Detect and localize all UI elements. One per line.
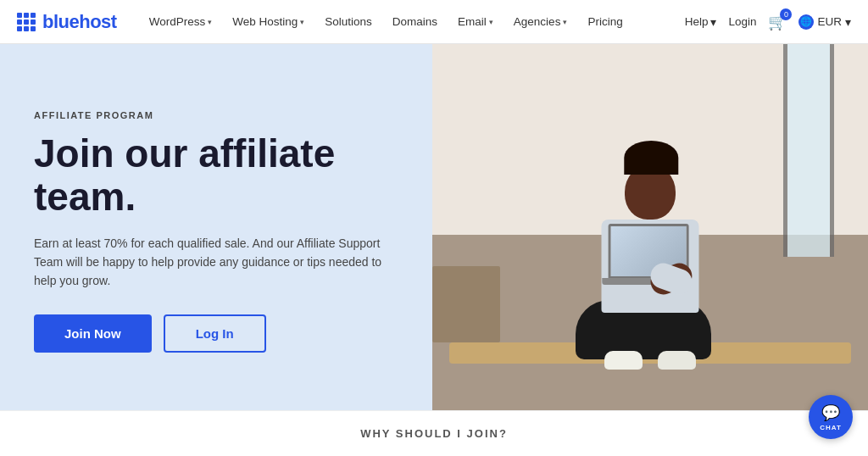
nav-item-agencies[interactable]: Agencies ▾ bbox=[505, 10, 576, 33]
chat-label: CHAT bbox=[820, 424, 842, 431]
nav-item-domains[interactable]: Domains bbox=[384, 10, 446, 33]
hero-description: Earn at least 70% for each qualified sal… bbox=[34, 234, 390, 291]
cart-button[interactable]: 🛒 0 bbox=[768, 13, 787, 31]
brand-name: bluehost bbox=[42, 11, 117, 33]
hero-title: Join our affiliate team. bbox=[34, 132, 398, 218]
hero-buttons: Join Now Log In bbox=[34, 314, 398, 353]
currency-selector[interactable]: 🌐 EUR ▾ bbox=[798, 14, 851, 30]
hero-left: AFFILIATE PROGRAM Join our affiliate tea… bbox=[0, 44, 432, 410]
nav-right: Help ▾ Login 🛒 0 🌐 EUR ▾ bbox=[685, 13, 851, 31]
why-join-text: WHY SHOULD I JOIN? bbox=[360, 427, 508, 440]
chat-button[interactable]: 💬 CHAT bbox=[809, 395, 853, 439]
chevron-down-icon: ▾ bbox=[710, 15, 716, 29]
cart-badge: 0 bbox=[780, 8, 792, 20]
nav-item-solutions[interactable]: Solutions bbox=[316, 10, 381, 33]
logo[interactable]: bluehost bbox=[17, 11, 117, 33]
bottom-strip: WHY SHOULD I JOIN? bbox=[0, 410, 868, 456]
nav-item-email[interactable]: Email ▾ bbox=[449, 10, 502, 33]
globe-icon: 🌐 bbox=[798, 14, 814, 30]
nav-items: WordPress ▾ Web Hosting ▾ Solutions Doma… bbox=[141, 10, 685, 33]
log-in-button[interactable]: Log In bbox=[164, 314, 266, 353]
nav-item-wordpress[interactable]: WordPress ▾ bbox=[141, 10, 221, 33]
hero-section: AFFILIATE PROGRAM Join our affiliate tea… bbox=[0, 44, 868, 410]
login-button[interactable]: Login bbox=[728, 15, 756, 28]
logo-grid-icon bbox=[17, 13, 36, 31]
nav-item-pricing[interactable]: Pricing bbox=[579, 10, 631, 33]
chevron-down-icon: ▾ bbox=[208, 18, 212, 26]
chevron-down-icon: ▾ bbox=[300, 18, 304, 26]
navbar: bluehost WordPress ▾ Web Hosting ▾ Solut… bbox=[0, 0, 868, 44]
chevron-down-icon: ▾ bbox=[563, 18, 567, 26]
join-now-button[interactable]: Join Now bbox=[34, 314, 152, 353]
hero-tag: AFFILIATE PROGRAM bbox=[34, 110, 398, 120]
hero-image bbox=[432, 44, 868, 410]
nav-item-webhosting[interactable]: Web Hosting ▾ bbox=[224, 10, 313, 33]
chat-icon: 💬 bbox=[821, 403, 840, 422]
chevron-down-icon: ▾ bbox=[489, 18, 493, 26]
chevron-down-icon: ▾ bbox=[845, 15, 851, 29]
help-menu[interactable]: Help ▾ bbox=[685, 15, 717, 29]
